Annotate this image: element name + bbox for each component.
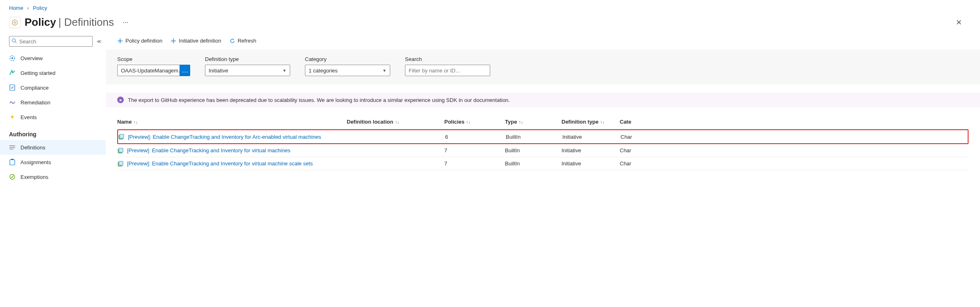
sidebar-item-getting-started[interactable]: Getting started (0, 65, 106, 80)
assignments-icon (9, 159, 16, 165)
plus-icon (171, 38, 176, 44)
sidebar-search-input[interactable] (9, 36, 93, 47)
cell-name[interactable]: [Preview]: Enable ChangeTracking and Inv… (118, 133, 348, 140)
add-policy-definition-button[interactable]: Policy definition (117, 38, 162, 44)
svg-marker-0 (12, 20, 17, 25)
search-filter-label: Search (405, 56, 490, 62)
close-button[interactable]: ✕ (956, 18, 962, 27)
svg-point-2 (12, 39, 16, 42)
svg-rect-18 (120, 134, 124, 138)
sidebar-item-exemptions[interactable]: Exemptions (0, 169, 106, 184)
sidebar-item-label: Assignments (20, 159, 51, 165)
definition-type-label: Definition type (205, 56, 290, 62)
svg-rect-10 (10, 160, 15, 165)
col-header-name[interactable]: Name ↑↓ (117, 119, 347, 125)
scope-picker-button[interactable]: … (180, 65, 190, 76)
sidebar-item-compliance[interactable]: Compliance (0, 80, 106, 95)
collapse-sidebar-button[interactable]: ≪ (97, 39, 102, 44)
sort-icon: ↑↓ (600, 120, 605, 124)
col-header-type[interactable]: Type ↑↓ (505, 119, 562, 125)
definitions-table: Name ↑↓ Definition location ↑↓ Policies … (106, 107, 980, 170)
cell-type: BuiltIn (506, 134, 562, 140)
notice-text: The export to GitHub experience has been… (128, 97, 510, 103)
cell-category: Char (620, 147, 969, 154)
breadcrumb: Home › Policy (0, 0, 980, 14)
info-icon: ➤ (117, 97, 124, 103)
cell-deftype: Initiative (562, 147, 620, 154)
sidebar-section-authoring: Authoring (0, 124, 106, 140)
table-row[interactable]: [Preview]: Enable ChangeTracking and Inv… (117, 144, 969, 157)
refresh-icon (230, 38, 235, 44)
refresh-button[interactable]: Refresh (230, 38, 257, 44)
sort-icon: ↑↓ (518, 120, 523, 124)
search-filter-input[interactable] (405, 65, 490, 76)
sidebar: ≪ Overview Getting started Compliance Re… (0, 34, 106, 192)
add-initiative-definition-button[interactable]: Initiative definition (171, 38, 221, 44)
initiative-icon (118, 133, 125, 140)
col-header-policies[interactable]: Policies ↑↓ (444, 119, 505, 125)
category-dropdown[interactable]: 1 categories ▼ (305, 65, 390, 76)
initiative-icon (117, 160, 124, 167)
col-header-category[interactable]: Cate (620, 119, 969, 125)
definition-type-dropdown[interactable]: Initiative ▼ (205, 65, 290, 76)
sidebar-item-overview[interactable]: Overview (0, 51, 106, 65)
sidebar-item-label: Getting started (20, 70, 55, 76)
cell-category: Char (620, 160, 969, 167)
breadcrumb-sep: › (27, 5, 29, 11)
policy-icon (9, 17, 20, 28)
sidebar-search[interactable] (9, 36, 93, 47)
overview-icon (9, 55, 16, 61)
chevron-down-icon: ▼ (282, 68, 286, 73)
sidebar-item-label: Remediation (20, 99, 50, 106)
svg-point-1 (14, 22, 16, 23)
cell-type: BuiltIn (505, 147, 562, 154)
table-header-row: Name ↑↓ Definition location ↑↓ Policies … (117, 119, 969, 129)
sidebar-item-label: Events (20, 114, 37, 120)
search-icon (11, 38, 17, 45)
sidebar-item-label: Overview (20, 55, 43, 61)
definitions-icon (9, 144, 16, 151)
svg-line-3 (15, 42, 17, 43)
svg-rect-20 (119, 148, 123, 152)
cell-name[interactable]: [Preview]: Enable ChangeTracking and Inv… (117, 147, 347, 154)
more-button[interactable]: ··· (123, 19, 129, 25)
sidebar-item-assignments[interactable]: Assignments (0, 155, 106, 169)
cell-deftype: Initiative (562, 160, 620, 167)
cell-policies: 7 (444, 147, 505, 154)
sidebar-item-label: Exemptions (20, 174, 48, 180)
cell-policies: 7 (444, 160, 505, 167)
getting-started-icon (9, 70, 16, 76)
cell-deftype: Initiative (562, 134, 621, 140)
table-row[interactable]: [Preview]: Enable ChangeTracking and Inv… (117, 129, 969, 144)
page-subtitle: | Definitions (59, 16, 114, 29)
compliance-icon (9, 84, 16, 91)
deprecation-notice: ➤ The export to GitHub experience has be… (106, 93, 980, 107)
col-header-deftype[interactable]: Definition type ↑↓ (562, 119, 620, 125)
exemptions-icon (9, 174, 16, 180)
sidebar-item-label: Definitions (20, 144, 45, 151)
chevron-down-icon: ▼ (382, 68, 387, 73)
plus-icon (117, 38, 123, 44)
scope-input[interactable]: OAAS-UpdateManagem… (117, 65, 180, 76)
breadcrumb-home[interactable]: Home (9, 5, 23, 11)
table-row[interactable]: [Preview]: Enable ChangeTracking and Inv… (117, 157, 969, 170)
cell-category: Char (621, 134, 968, 140)
cell-policies: 6 (445, 134, 506, 140)
col-header-location[interactable]: Definition location ↑↓ (347, 119, 444, 125)
sort-icon: ↑↓ (466, 120, 471, 124)
remediation-icon (9, 99, 16, 106)
sidebar-item-definitions[interactable]: Definitions (0, 140, 106, 155)
svg-rect-7 (9, 145, 15, 146)
category-label: Category (305, 56, 390, 62)
sidebar-item-label: Compliance (20, 85, 49, 91)
sidebar-item-remediation[interactable]: Remediation (0, 95, 106, 110)
sidebar-item-events[interactable]: Events (0, 110, 106, 124)
sort-icon: ↑↓ (395, 120, 399, 124)
svg-rect-8 (9, 147, 15, 148)
page-title: Policy (25, 16, 56, 29)
svg-rect-22 (119, 161, 123, 165)
breadcrumb-current[interactable]: Policy (33, 5, 47, 11)
svg-rect-11 (11, 159, 14, 160)
main-content: Policy definition Initiative definition … (106, 34, 980, 192)
cell-name[interactable]: [Preview]: Enable ChangeTracking and Inv… (117, 160, 347, 167)
